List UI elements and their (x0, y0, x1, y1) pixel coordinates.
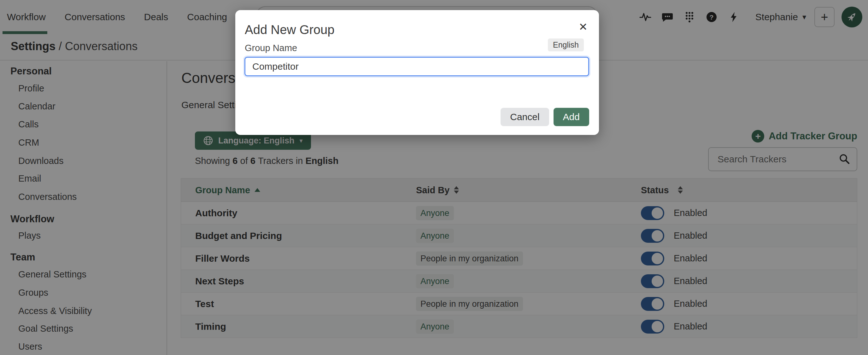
add-new-group-modal: Add New Group ✕ English Group Name Cance… (235, 10, 599, 135)
cancel-button[interactable]: Cancel (501, 108, 549, 126)
modal-language-badge: English (548, 38, 584, 52)
add-button[interactable]: Add (554, 108, 589, 126)
group-name-input[interactable] (244, 57, 589, 76)
close-icon[interactable]: ✕ (579, 22, 588, 32)
app-screen: Workflow Conversations Deals Coaching (0, 0, 868, 355)
modal-actions: Cancel Add (501, 108, 589, 126)
modal-title: Add New Group (245, 23, 335, 37)
group-name-field-label: Group Name (245, 43, 297, 53)
